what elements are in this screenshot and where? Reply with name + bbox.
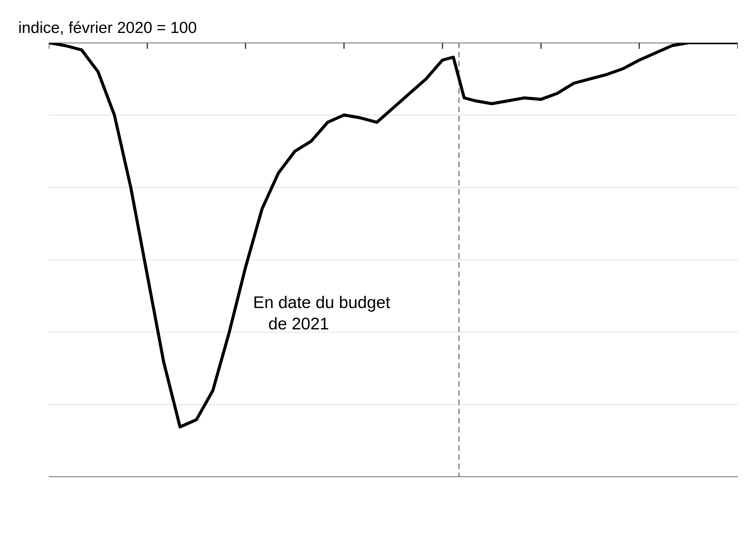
svg-text:de 2021: de 2021: [268, 314, 329, 333]
chart-container: indice, février 2020 = 100: [0, 0, 756, 538]
main-chart-svg: 100 95 90 85 80 75 70 En date du budget …: [49, 43, 738, 477]
svg-text:En date du budget: En date du budget: [253, 293, 390, 312]
chart-area: 100 95 90 85 80 75 70 En date du budget …: [49, 43, 738, 477]
y-axis-label: indice, février 2020 = 100: [18, 18, 197, 36]
